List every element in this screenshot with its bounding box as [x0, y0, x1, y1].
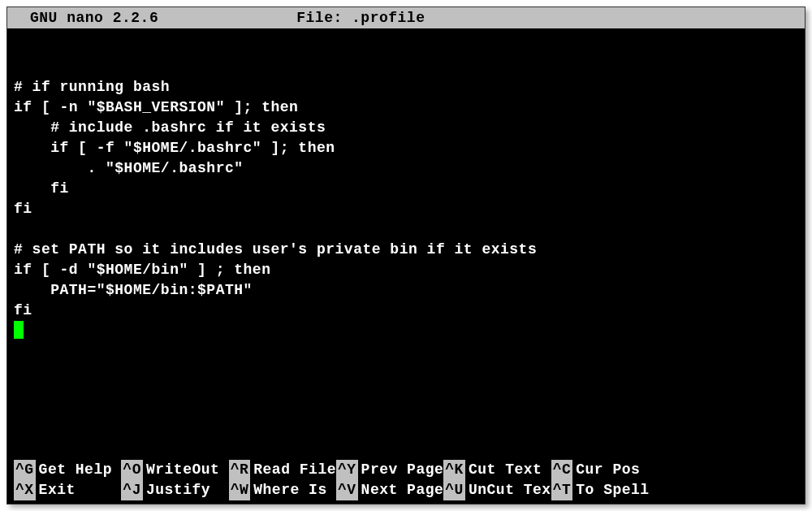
shortcut-cur-pos[interactable]: ^CCur Pos — [551, 460, 641, 480]
editor-line: fi — [14, 302, 32, 318]
editor-line: # set PATH so it includes user's private… — [14, 241, 537, 258]
editor-line: # if running bash — [14, 79, 170, 95]
shortcut-prev-page[interactable]: ^YPrev Page — [336, 460, 443, 480]
shortcut-read-file[interactable]: ^RRead File — [229, 460, 336, 480]
app-name: GNU nano 2.2.6 — [7, 10, 158, 26]
shortcut-next-page[interactable]: ^VNext Page — [336, 480, 443, 500]
shortcut-to-spell[interactable]: ^TTo Spell — [551, 480, 650, 500]
terminal-window: GNU nano 2.2.6 File: .profile # if runni… — [6, 6, 806, 505]
shortcut-row-2: ^XExit ^JJustify ^WWhere Is ^VNext Page … — [14, 480, 798, 500]
file-label: File: .profile — [158, 10, 425, 26]
editor-line: fi — [14, 180, 69, 197]
editor-line: if [ -n "$BASH_VERSION" ]; then — [14, 99, 298, 115]
shortcut-bar: ^GGet Help ^OWriteOut ^RRead File ^YPrev… — [7, 460, 805, 504]
editor-area[interactable]: # if running bash if [ -n "$BASH_VERSION… — [7, 28, 805, 460]
editor-line: # include .bashrc if it exists — [14, 119, 326, 136]
editor-line: if [ -f "$HOME/.bashrc" ]; then — [14, 140, 335, 156]
shortcut-cut-text[interactable]: ^KCut Text — [443, 460, 551, 480]
cursor — [14, 321, 24, 339]
shortcut-row-1: ^GGet Help ^OWriteOut ^RRead File ^YPrev… — [14, 460, 798, 480]
shortcut-writeout[interactable]: ^OWriteOut — [121, 460, 228, 480]
shortcut-exit[interactable]: ^XExit — [14, 480, 121, 500]
filename: .profile — [352, 10, 425, 26]
shortcut-justify[interactable]: ^JJustify — [121, 480, 228, 500]
shortcut-get-help[interactable]: ^GGet Help — [14, 460, 121, 480]
shortcut-uncut-text[interactable]: ^UUnCut Tex — [443, 480, 551, 500]
editor-line: if [ -d "$HOME/bin" ] ; then — [14, 262, 270, 278]
editor-line: fi — [14, 201, 32, 217]
editor-line: . "$HOME/.bashrc" — [14, 160, 244, 176]
editor-line: PATH="$HOME/bin:$PATH" — [14, 282, 253, 298]
shortcut-where-is[interactable]: ^WWhere Is — [229, 480, 336, 500]
title-bar: GNU nano 2.2.6 File: .profile — [7, 7, 805, 28]
